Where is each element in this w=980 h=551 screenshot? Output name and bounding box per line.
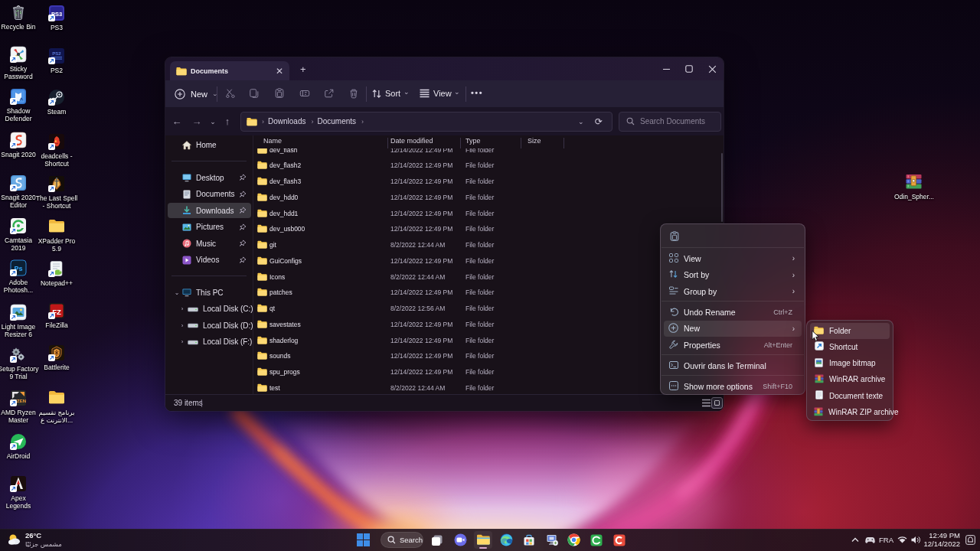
svg-text:PS2: PS2 bbox=[52, 51, 61, 56]
